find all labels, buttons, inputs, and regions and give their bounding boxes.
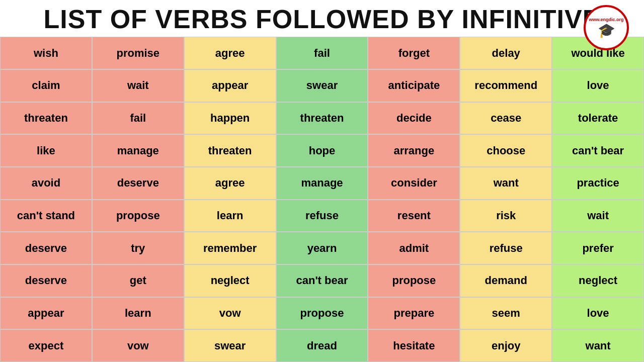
cell-6-5: wait — [552, 200, 644, 232]
cell-0-0: wish — [0, 37, 92, 69]
cell-0-4: avoid — [0, 167, 92, 200]
column-0: wishclaimthreatenlikeavoidcan't standdes… — [0, 37, 92, 362]
cell-0-3: like — [0, 134, 92, 167]
cell-1-6: try — [92, 232, 184, 264]
cell-3-4: manage — [276, 167, 368, 200]
cell-5-4: want — [460, 167, 552, 200]
cell-0-7: deserve — [0, 264, 92, 297]
column-1: promisewaitfailmanagedeserveproposetryge… — [92, 37, 184, 362]
cell-3-8: propose — [276, 297, 368, 330]
cell-0-8: appear — [0, 297, 92, 330]
cell-4-5: resent — [368, 200, 460, 232]
cell-4-9: hesitate — [368, 329, 460, 362]
column-2: agreeappearhappenthreatenagreelearnremem… — [184, 37, 276, 362]
cell-2-8: vow — [184, 297, 276, 330]
column-6: would likelovetoleratecan't bearpractice… — [552, 37, 644, 362]
header: LIST OF VERBS FOLLOWED BY INFINITIVE www… — [0, 0, 644, 37]
page-wrapper: LIST OF VERBS FOLLOWED BY INFINITIVE www… — [0, 0, 644, 362]
cell-5-5: risk — [460, 200, 552, 232]
cell-1-3: manage — [92, 134, 184, 167]
cell-4-6: admit — [368, 232, 460, 264]
logo-icon: 🎓 — [598, 22, 615, 39]
cell-4-4: consider — [368, 167, 460, 200]
cell-3-7: can't bear — [276, 264, 368, 297]
cell-3-3: hope — [276, 134, 368, 167]
column-4: forgetanticipatedecidearrangeconsiderres… — [368, 37, 460, 362]
cell-0-5: can't stand — [0, 200, 92, 232]
cell-6-2: tolerate — [552, 102, 644, 135]
logo-url: www.engdic.org — [589, 17, 623, 22]
cell-0-9: expect — [0, 329, 92, 362]
cell-5-8: seem — [460, 297, 552, 330]
cell-6-7: neglect — [552, 264, 644, 297]
cell-1-7: get — [92, 264, 184, 297]
cell-1-8: learn — [92, 297, 184, 330]
page-title: LIST OF VERBS FOLLOWED BY INFINITIVE — [0, 5, 644, 34]
cell-5-9: enjoy — [460, 329, 552, 362]
cell-5-7: demand — [460, 264, 552, 297]
cell-1-4: deserve — [92, 167, 184, 200]
cell-4-1: anticipate — [368, 69, 460, 102]
cell-2-1: appear — [184, 69, 276, 102]
cell-1-0: promise — [92, 37, 184, 69]
cell-1-5: propose — [92, 200, 184, 232]
cell-0-2: threaten — [0, 102, 92, 135]
cell-5-1: recommend — [460, 69, 552, 102]
cell-3-6: yearn — [276, 232, 368, 264]
cell-6-1: love — [552, 69, 644, 102]
column-3: failswearthreatenhopemanagerefuseyearnca… — [276, 37, 368, 362]
cell-2-2: happen — [184, 102, 276, 135]
cell-6-9: want — [552, 329, 644, 362]
cell-4-0: forget — [368, 37, 460, 69]
cell-6-4: practice — [552, 167, 644, 200]
cell-2-3: threaten — [184, 134, 276, 167]
cell-1-1: wait — [92, 69, 184, 102]
cell-5-6: refuse — [460, 232, 552, 264]
cell-3-9: dread — [276, 329, 368, 362]
cell-4-2: decide — [368, 102, 460, 135]
cell-2-6: remember — [184, 232, 276, 264]
cell-5-3: choose — [460, 134, 552, 167]
cell-0-6: deserve — [0, 232, 92, 264]
cell-5-2: cease — [460, 102, 552, 135]
cell-3-5: refuse — [276, 200, 368, 232]
cell-1-2: fail — [92, 102, 184, 135]
cell-4-3: arrange — [368, 134, 460, 167]
cell-2-9: swear — [184, 329, 276, 362]
cell-2-0: agree — [184, 37, 276, 69]
column-5: delayrecommendceasechoosewantriskrefused… — [460, 37, 552, 362]
cell-5-0: delay — [460, 37, 552, 69]
cell-3-2: threaten — [276, 102, 368, 135]
cell-4-8: prepare — [368, 297, 460, 330]
cell-6-8: love — [552, 297, 644, 330]
cell-6-6: prefer — [552, 232, 644, 264]
table-container: wishclaimthreatenlikeavoidcan't standdes… — [0, 37, 644, 362]
cell-2-4: agree — [184, 167, 276, 200]
cell-3-0: fail — [276, 37, 368, 69]
cell-1-9: vow — [92, 329, 184, 362]
logo-badge: www.engdic.org 🎓 — [584, 5, 629, 50]
cell-0-1: claim — [0, 69, 92, 102]
cell-6-3: can't bear — [552, 134, 644, 167]
cell-2-5: learn — [184, 200, 276, 232]
cell-3-1: swear — [276, 69, 368, 102]
cell-4-7: propose — [368, 264, 460, 297]
cell-2-7: neglect — [184, 264, 276, 297]
